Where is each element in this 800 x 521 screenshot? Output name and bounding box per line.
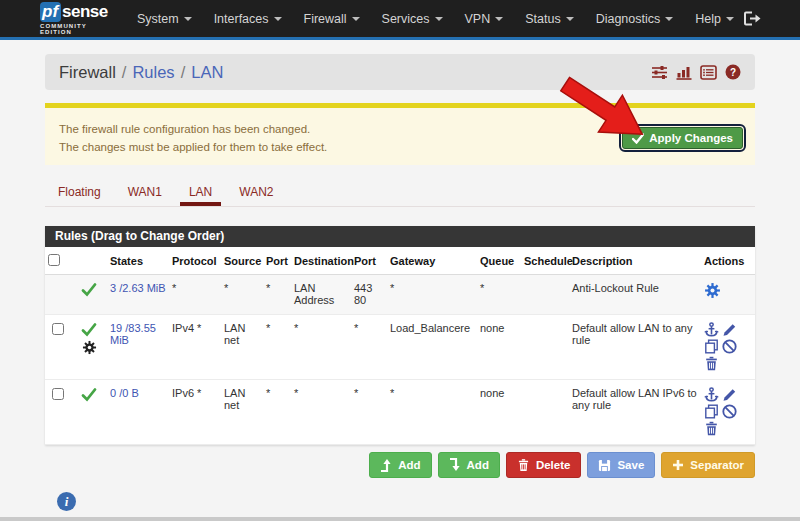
list-icon[interactable]	[700, 65, 717, 80]
trash-icon	[517, 458, 530, 472]
row-select-checkbox[interactable]	[52, 323, 64, 335]
chevron-down-icon	[566, 17, 574, 21]
table-row[interactable]: 19 /83.55 MiB IPv4 * LAN net * * * Load_…	[45, 315, 755, 380]
help-icon[interactable]: ?	[725, 64, 741, 80]
anchor-icon[interactable]	[704, 387, 719, 402]
bar-chart-icon[interactable]	[676, 65, 692, 80]
breadcrumb-lan-link[interactable]: LAN	[191, 63, 223, 82]
breadcrumb-firewall: Firewall	[59, 63, 116, 82]
col-actions: Actions	[701, 247, 755, 275]
add-rule-top-button[interactable]: Add	[369, 452, 431, 478]
rule-action-buttons: Add Add Delete Save	[45, 452, 755, 478]
tab-floating[interactable]: Floating	[49, 181, 110, 206]
logo-edition-text: COMMUNITY EDITION	[40, 23, 114, 35]
menu-system[interactable]: System	[128, 6, 201, 32]
gear-icon	[82, 340, 97, 355]
menu-firewall[interactable]: Firewall	[295, 6, 369, 32]
breadcrumb-rules-link[interactable]: Rules	[132, 63, 174, 82]
chevron-down-icon	[726, 17, 734, 21]
svg-text:?: ?	[730, 67, 736, 78]
states-link[interactable]: 3 /2.63 MiB	[107, 275, 169, 315]
chevron-down-icon	[352, 17, 360, 21]
states-link[interactable]: 19 /83.55 MiB	[107, 315, 169, 380]
rules-table: States Protocol Source Port Destination …	[45, 247, 755, 445]
plus-icon	[672, 459, 684, 471]
anchor-icon[interactable]	[704, 322, 719, 337]
col-dest-port: Port	[351, 247, 387, 275]
table-row[interactable]: 0 /0 B IPv6 * LAN net * * * * none Defau…	[45, 380, 755, 445]
pencil-icon[interactable]	[722, 322, 737, 337]
gear-icon[interactable]	[704, 282, 721, 299]
rules-panel-title: Rules (Drag to Change Order)	[45, 226, 755, 247]
sign-out-icon[interactable]	[743, 10, 762, 27]
col-description: Description	[569, 247, 701, 275]
save-button[interactable]: Save	[587, 452, 655, 478]
logo-pf-badge: pf	[40, 2, 61, 22]
col-port: Port	[263, 247, 291, 275]
ban-icon[interactable]	[722, 404, 737, 419]
check-icon	[632, 133, 644, 144]
col-destination: Destination	[291, 247, 351, 275]
menu-help[interactable]: Help	[686, 6, 743, 32]
row-select-checkbox[interactable]	[52, 388, 64, 400]
interface-tabs: Floating WAN1 LAN WAN2	[45, 181, 755, 207]
pfsense-logo[interactable]: pf sense COMMUNITY EDITION	[40, 2, 114, 35]
save-icon	[598, 459, 611, 472]
copy-icon[interactable]	[704, 339, 719, 354]
col-source: Source	[221, 247, 263, 275]
col-queue: Queue	[477, 247, 521, 275]
level-up-icon	[380, 458, 392, 472]
chevron-down-icon	[495, 17, 503, 21]
tab-lan[interactable]: LAN	[180, 181, 221, 206]
table-header-row: States Protocol Source Port Destination …	[45, 247, 755, 275]
select-all-checkbox[interactable]	[48, 254, 60, 266]
sliders-icon[interactable]	[651, 65, 668, 80]
check-icon	[81, 322, 97, 337]
alert-apply-changes: The firewall rule configuration has been…	[45, 103, 755, 165]
info-icon[interactable]: i	[57, 492, 76, 511]
pencil-icon[interactable]	[722, 387, 737, 402]
breadcrumb: Firewall / Rules / LAN	[45, 54, 755, 90]
window-bottom-edge	[0, 517, 800, 521]
chevron-down-icon	[435, 17, 443, 21]
top-navbar: pf sense COMMUNITY EDITION System Interf…	[0, 0, 800, 40]
copy-icon[interactable]	[704, 404, 719, 419]
menu-services[interactable]: Services	[373, 6, 452, 32]
check-icon	[81, 282, 97, 297]
menu-diagnostics[interactable]: Diagnostics	[587, 6, 683, 32]
check-icon	[81, 387, 97, 402]
chevron-down-icon	[665, 17, 673, 21]
col-schedule: Schedule	[521, 247, 569, 275]
delete-button[interactable]: Delete	[506, 452, 582, 478]
col-gateway: Gateway	[387, 247, 477, 275]
menu-vpn[interactable]: VPN	[456, 6, 513, 32]
tab-wan2[interactable]: WAN2	[230, 181, 282, 206]
nav-menus: System Interfaces Firewall Services VPN …	[128, 6, 743, 32]
level-down-icon	[449, 458, 461, 472]
chevron-down-icon	[274, 17, 282, 21]
logo-sense-text: sense	[62, 2, 108, 22]
ban-icon[interactable]	[722, 339, 737, 354]
trash-icon[interactable]	[704, 421, 719, 436]
apply-changes-button[interactable]: Apply Changes	[622, 127, 743, 149]
menu-interfaces[interactable]: Interfaces	[205, 6, 291, 32]
rules-panel: Rules (Drag to Change Order) States Prot…	[45, 226, 755, 445]
tab-wan1[interactable]: WAN1	[119, 181, 171, 206]
table-row[interactable]: 3 /2.63 MiB * * * LAN Address 443 80 * *…	[45, 275, 755, 315]
col-protocol: Protocol	[169, 247, 221, 275]
menu-status[interactable]: Status	[516, 6, 582, 32]
trash-icon[interactable]	[704, 356, 719, 371]
separator-button[interactable]: Separator	[661, 452, 755, 478]
chevron-down-icon	[184, 17, 192, 21]
states-link[interactable]: 0 /0 B	[107, 380, 169, 445]
add-rule-bottom-button[interactable]: Add	[438, 452, 500, 478]
col-states: States	[107, 247, 169, 275]
